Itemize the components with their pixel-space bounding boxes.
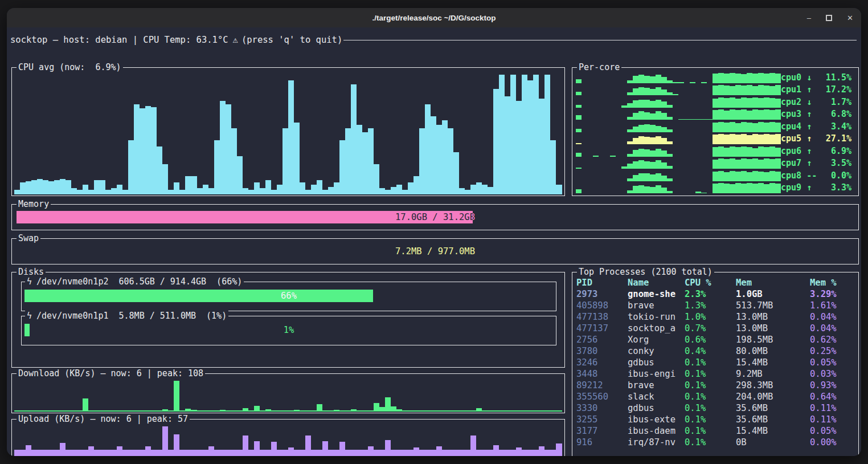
sparkline-bar [769,122,775,132]
core-sparkline [576,170,781,181]
chart-bar [145,410,151,412]
process-row: 89212brave0.1%298.3MB0.93% [576,380,855,391]
core-name: cpu3 [781,109,801,119]
chart-bar [431,116,436,194]
sparkline-bar [747,147,752,157]
process-row: 3330gdbus0.1%35.6MB0.11% [576,402,855,414]
process-cell: 0.11% [810,402,855,414]
chart-bar [317,450,322,456]
chart-bar [522,410,527,412]
chart-bar [488,450,493,456]
process-cell: 355560 [576,391,628,402]
sparkline-bar [764,74,769,83]
chart-bar [482,410,488,412]
memory-title: Memory [17,199,51,209]
chart-bar [14,450,20,456]
sparkline-bar [638,111,644,120]
chart-bar [374,164,379,194]
sparkline-bar [752,158,758,169]
chart-bar [208,446,214,456]
warning-icon: ⚠ [233,35,238,45]
sparkline-bar [656,136,661,144]
core-name: cpu6 [781,146,801,156]
chart-bar [94,410,100,412]
disk-partition-panel-2: ϟ /dev/nvme0n1p1 5.8MB / 511.0MB (1%) 1% [21,316,556,345]
sparkline-bar [747,172,752,181]
sparkline-bar [650,174,656,181]
sparkline-bar [718,109,724,120]
chart-bar [43,410,48,412]
sparkline-bar [627,129,633,132]
sparkline-bar [758,98,764,108]
chart-bar [31,410,37,412]
chart-bar [174,182,179,194]
chart-bar [122,450,128,456]
sparkline-bar [633,138,638,144]
core-sparkline [576,182,781,193]
sparkline-bar [627,92,633,95]
chart-bar [448,450,453,456]
chart-bar [294,123,300,194]
disk1-gauge: 66% [24,290,553,302]
process-row: 3780conky0.4%80.0MB0.25% [576,345,855,357]
close-icon[interactable]: ✕ [847,14,853,22]
sparkline-bar [633,150,638,157]
sparkline-bar [775,109,781,120]
chart-bar [37,450,43,456]
core-trend-icon: ↑ [806,146,812,156]
sparkline-bar [747,85,752,95]
chart-bar [288,447,294,456]
chart-bar [162,409,168,412]
minimize-icon[interactable]: – [807,14,811,22]
chart-bar [100,450,105,456]
sparkline-bar [678,119,684,120]
sparkline-bar [730,122,735,132]
process-cell: ibus-engi [628,368,685,380]
sparkline-bar [758,85,764,95]
sparkline-bar [667,178,673,181]
chart-bar [140,450,145,456]
chart-bar [197,450,203,456]
core-usage-value: 17.2% [812,84,851,95]
chart-bar [408,182,413,194]
process-cell: 204.0MB [736,391,810,402]
sparkline-bar [576,143,582,144]
sparkline-bar [747,123,752,132]
chart-bar [448,410,453,412]
chart-bar [362,410,368,412]
sparkline-bar [713,86,718,95]
core-trend-icon: ↓ [806,97,812,107]
process-cell: 0.1% [685,391,736,402]
process-cell: 0.05% [810,357,855,368]
chart-bar [550,140,556,194]
chart-bar [140,410,145,412]
chart-bar [88,190,94,194]
sparkline-bar [758,183,764,193]
chart-bar [145,446,151,456]
chart-bar [185,450,191,456]
maximize-icon[interactable] [826,15,832,21]
per-core-row: cpu1↑17.2% [576,84,855,95]
chart-bar [168,450,174,456]
per-core-row: cpu3↑6.8% [576,109,855,120]
sparkline-bar [741,134,747,144]
window-titlebar[interactable]: ./target/release/soc ~/D/G/socktop – ✕ [7,8,861,27]
sparkline-bar [701,82,707,83]
core-usage-value: 0.0% [817,170,851,181]
sparkline-bar [621,166,627,169]
process-row: 2973gnome-she2.3%1.0GB3.29% [576,288,855,300]
cpu-avg-panel: CPU avg (now: 6.9%) [11,67,565,196]
sparkline-bar [627,103,633,108]
chart-bar [203,185,208,194]
chart-bar [425,104,431,194]
sparkline-bar [741,184,747,193]
core-name: cpu5 [781,133,801,144]
sparkline-bar [758,110,764,120]
chart-bar [151,410,157,412]
process-row: 2756Xorg0.6%198.5MB0.62% [576,334,855,345]
sparkline-bar [718,85,724,95]
process-cell: 916 [576,437,628,448]
sparkline-bar [730,134,735,144]
chart-bar [162,164,168,194]
sparkline-bar [661,113,667,120]
